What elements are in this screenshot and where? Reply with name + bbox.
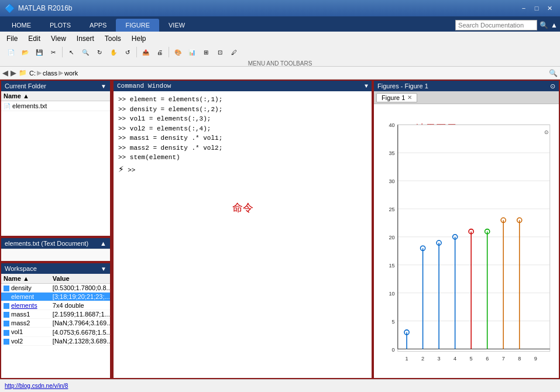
tb-print-button[interactable]: 🖨 (153, 46, 166, 59)
workspace-menu-icon[interactable]: ▼ (101, 266, 106, 272)
table-row[interactable]: density[0.5300;1.7800;0.8... (1, 284, 110, 293)
tb-legend-button[interactable]: 📊 (185, 46, 198, 59)
table-row[interactable]: 📄 elements.txt (1, 101, 110, 111)
menu-view[interactable]: View (49, 34, 68, 43)
search-input[interactable] (455, 20, 537, 30)
minimize-button[interactable]: − (518, 3, 530, 13)
tb-cursor-button[interactable]: ↖ (65, 46, 78, 59)
forward-button[interactable]: ▶ (11, 68, 16, 77)
tb-undo-button[interactable]: ↺ (121, 46, 134, 59)
var-link[interactable]: elements (11, 302, 37, 309)
tb-zoom-button[interactable]: 🔍 (79, 46, 92, 59)
close-button[interactable]: ✕ (544, 3, 555, 13)
figure-tab-bar: Figure 1 ✕ (374, 91, 559, 104)
status-link[interactable]: http://blog.csdn.ne/v/in/8 (5, 383, 68, 389)
ribbon-arrow-icon: ▲ (551, 21, 558, 29)
ws-col-value: Value (50, 274, 110, 284)
main-layout: Current Folder ▼ Name ▲ 📄 elements.txt (0, 80, 560, 379)
title-left: 🔷 MATLAB R2016b (5, 4, 73, 13)
cmd-content[interactable]: >> element = elements(:,1); >> density =… (114, 91, 372, 378)
ws-var-value: 7x4 double (50, 301, 110, 310)
path-class[interactable]: class (43, 70, 57, 77)
current-folder-title: Current Folder (5, 82, 46, 90)
var-icon (4, 321, 9, 326)
path-work[interactable]: work (64, 70, 78, 77)
svg-text:25: 25 (389, 207, 394, 212)
tb-new-button[interactable]: 📄 (5, 46, 18, 59)
search-icon[interactable]: 🔍 (540, 21, 548, 29)
tb-open-button[interactable]: 📂 (19, 46, 32, 59)
left-panel: Current Folder ▼ Name ▲ 📄 elements.txt (0, 80, 112, 379)
toolbar-buttons: 📄 📂 💾 ✂ ↖ 🔍 ↻ ✋ ↺ 📤 🖨 🎨 📊 ⊞ ⊡ 🖊 (2, 44, 558, 60)
details-panel: elements.txt (Text Document) ▲ (0, 237, 111, 262)
svg-text:35: 35 (389, 150, 394, 156)
svg-text:30: 30 (389, 178, 394, 184)
maximize-button[interactable]: □ (531, 3, 542, 13)
title-bar: 🔷 MATLAB R2016b − □ ✕ (0, 0, 560, 16)
tab-plots[interactable]: PLOTS (40, 19, 80, 32)
table-row[interactable]: vol2[NaN;2.1328;3.689... (1, 336, 110, 345)
menu-tools[interactable]: Tools (103, 34, 123, 43)
var-icon (4, 312, 9, 318)
tb-cut-button[interactable]: ✂ (47, 46, 60, 59)
svg-text:9: 9 (534, 356, 537, 362)
file-name-cell: 📄 elements.txt (1, 101, 110, 111)
ribbon-search: 🔍 ▲ (455, 20, 558, 30)
svg-text:8: 8 (518, 356, 521, 362)
tb-pan-button[interactable]: ✋ (107, 46, 120, 59)
ws-var-value: [4.0753;6.6678;1.5... (50, 328, 110, 336)
details-menu-icon[interactable]: ▲ (100, 240, 106, 247)
table-row[interactable]: mass1[2.1599;11.8687;1.... (1, 310, 110, 319)
svg-text:2: 2 (421, 356, 424, 362)
var-icon (4, 339, 9, 345)
var-icon (4, 286, 9, 291)
svg-text:5: 5 (392, 319, 395, 325)
tb-brush-button[interactable]: 🖊 (228, 46, 241, 59)
figure-tab-close[interactable]: ✕ (407, 94, 412, 101)
tab-figure[interactable]: FIGURE (116, 19, 159, 32)
ws-var-value: [NaN;3.7964;3.169... (50, 319, 110, 328)
table-row[interactable]: vol1[4.0753;6.6678;1.5... (1, 328, 110, 336)
tb-save-button[interactable]: 💾 (33, 46, 46, 59)
addr-search-icon[interactable]: 🔍 (549, 69, 558, 77)
svg-rect-0 (398, 125, 550, 351)
tb-grid-button[interactable]: ⊞ (200, 46, 212, 59)
cmd-line-2: >> density = elements(:,2); (118, 105, 367, 115)
table-row[interactable]: element[3;18;19;20;21;23;... (1, 293, 110, 301)
current-folder-header: Current Folder ▼ (1, 81, 110, 91)
sep1: ▶ (37, 69, 42, 77)
ws-var-name: elements (1, 301, 50, 310)
menu-insert[interactable]: Insert (75, 34, 96, 43)
tb-export-button[interactable]: 📤 (139, 46, 152, 59)
ws-var-name: density (1, 284, 50, 293)
svg-text:40: 40 (389, 122, 394, 128)
current-folder-menu-icon[interactable]: ▼ (101, 83, 106, 90)
table-row[interactable]: mass2[NaN;3.7964;3.169... (1, 319, 110, 328)
command-window-panel: Command Window ▼ >> element = elements(:… (112, 80, 373, 379)
menu-file[interactable]: File (5, 34, 19, 43)
path-c[interactable]: C: (29, 70, 36, 77)
menu-edit[interactable]: Edit (26, 34, 42, 43)
tab-apps[interactable]: APPS (80, 19, 116, 32)
figure-tab-1[interactable]: Figure 1 ✕ (376, 93, 417, 102)
tab-home[interactable]: HOME (2, 19, 40, 32)
figure-header-icon[interactable]: ⊙ (550, 82, 555, 90)
svg-text:20: 20 (389, 235, 394, 240)
menu-help[interactable]: Help (130, 34, 148, 43)
tb-rotate-button[interactable]: ↻ (93, 46, 106, 59)
workspace-title: Workspace (5, 265, 37, 272)
ws-var-name: vol2 (1, 336, 50, 345)
ribbon-tabs: HOME PLOTS APPS FIGURE VIEW 🔍 ▲ (0, 16, 560, 32)
figure-window-header: Figures - Figure 1 ⊙ (374, 81, 559, 91)
matlab-icon: 🔷 (5, 4, 15, 13)
tab-view[interactable]: VIEW (159, 19, 194, 32)
ws-var-name: mass2 (1, 319, 50, 328)
workspace-panel: Workspace ▼ Name ▲ Value density[0.5300;… (0, 262, 111, 379)
folder-icon: 📁 (19, 69, 27, 77)
tb-axes-button[interactable]: ⊡ (214, 46, 226, 59)
ws-var-value: [NaN;2.1328;3.689... (50, 336, 110, 345)
table-row[interactable]: elements7x4 double (1, 301, 110, 310)
tb-colorbar-button[interactable]: 🎨 (171, 46, 184, 59)
cmd-menu-icon[interactable]: ▼ (365, 83, 368, 90)
back-button[interactable]: ◀ (2, 68, 8, 77)
